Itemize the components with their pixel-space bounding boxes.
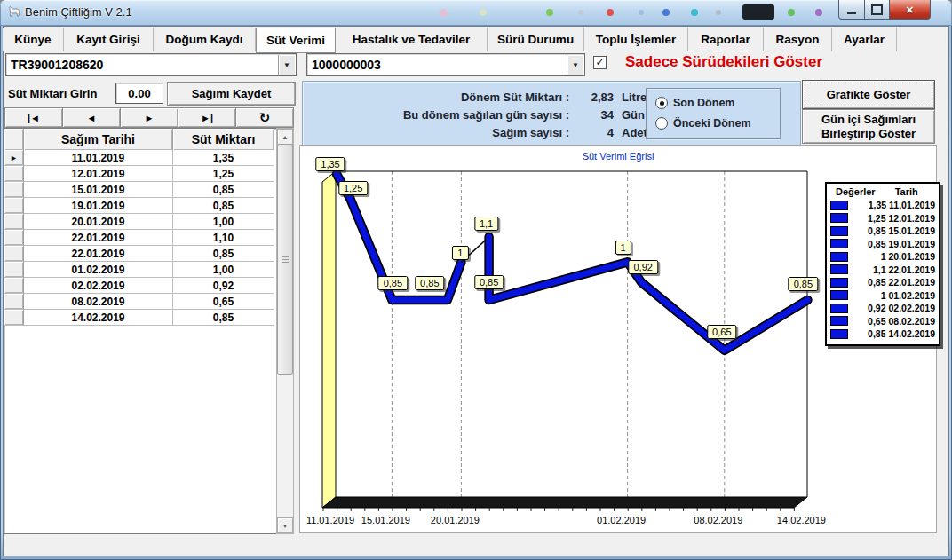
tab-kayit-girisi[interactable]: Kayıt Girişi — [64, 28, 154, 51]
show-graph-button[interactable]: Grafikte Göster — [802, 80, 935, 109]
cell-date[interactable]: 08.02.2019 — [24, 294, 173, 310]
table-row[interactable]: 02.02.20190,92 — [4, 278, 274, 294]
data-point-label: 0,85 — [378, 276, 408, 290]
cell-date[interactable]: 11.01.2019 — [24, 150, 173, 166]
summary-label: Dönem Süt Miktarı : — [303, 91, 569, 104]
period-groupbox: Son DönemÖnceki Dönem — [646, 88, 781, 139]
table-row[interactable]: 19.01.20190,85 — [4, 198, 274, 214]
table-row[interactable]: 08.02.20190,65 — [4, 294, 274, 310]
close-icon: × — [906, 3, 914, 16]
nav-last-button[interactable]: ►| — [178, 107, 236, 128]
radio-previous-period[interactable]: Önceki Dönem — [655, 117, 751, 130]
radio-icon[interactable] — [655, 97, 668, 109]
cell-date[interactable]: 12.01.2019 — [24, 166, 173, 182]
table-row[interactable]: 14.02.20190,85 — [4, 310, 274, 326]
cell-amount[interactable]: 1,25 — [173, 166, 274, 182]
minimize-button[interactable] — [838, 0, 865, 20]
table-row[interactable]: 01.02.20191,00 — [4, 262, 274, 278]
data-point-label: 0,65 — [707, 325, 736, 339]
animal-combo[interactable]: TR39001208620 ▼ — [5, 53, 297, 76]
window-title: Benim Çiftliğim V 2.1 — [25, 5, 132, 19]
cell-date[interactable]: 20.01.2019 — [24, 214, 173, 230]
radio-label: Son Dönem — [673, 97, 734, 109]
radio-label: Önceki Dönem — [673, 117, 751, 130]
tab-ayarlar[interactable]: Ayarlar — [832, 28, 897, 51]
milk-amount-input[interactable]: 0.00 — [115, 83, 163, 104]
row-selector-cell — [4, 310, 24, 326]
cell-date[interactable]: 19.01.2019 — [24, 198, 173, 214]
cell-amount[interactable]: 0,85 — [173, 310, 274, 326]
cell-date[interactable]: 01.02.2019 — [24, 262, 173, 278]
table-row[interactable]: 22.01.20190,85 — [4, 246, 274, 262]
table-header-date[interactable]: Sağım Tarihi — [24, 129, 173, 151]
cell-date[interactable]: 15.01.2019 — [24, 182, 173, 198]
cell-date[interactable]: 14.02.2019 — [24, 310, 173, 326]
herd-only-label[interactable]: Sadece Sürüdekileri Göster — [625, 53, 822, 71]
cell-date[interactable]: 22.01.2019 — [24, 246, 173, 262]
table-row[interactable]: 22.01.20191,10 — [4, 230, 274, 246]
table-header-amount[interactable]: Süt Miktarı — [173, 129, 274, 151]
tab-rasyon[interactable]: Rasyon — [764, 28, 832, 51]
table-scrollbar[interactable]: ▲ ▼ — [276, 128, 294, 534]
cell-amount[interactable]: 0,65 — [173, 294, 274, 310]
scroll-down-icon[interactable]: ▼ — [277, 517, 293, 533]
cell-amount[interactable]: 1,00 — [173, 214, 274, 230]
cell-date[interactable]: 22.01.2019 — [24, 230, 173, 246]
summary-value: 4 — [569, 126, 614, 139]
cell-amount[interactable]: 0,85 — [173, 182, 274, 198]
data-point-label: 1,35 — [315, 157, 345, 171]
tab-kunye[interactable]: Künye — [3, 28, 64, 51]
cell-amount[interactable]: 1,35 — [173, 150, 274, 166]
lactation-combo[interactable]: 1000000003 ▼ — [306, 53, 585, 76]
radio-current-period[interactable]: Son Dönem — [655, 97, 734, 109]
row-selector-cell — [4, 198, 24, 214]
legend-text: 0,85 19.01.2019 — [848, 239, 935, 249]
nav-first-button[interactable]: |◄ — [4, 107, 63, 128]
legend-swatch — [830, 329, 848, 339]
maximize-icon — [871, 4, 883, 15]
title-bar[interactable]: Benim Çiftliğim V 2.1 × — [0, 0, 952, 26]
save-milking-button[interactable]: Sağımı Kaydet — [167, 82, 296, 106]
summary-label: Sağım sayısı : — [303, 126, 569, 139]
table-row[interactable]: 20.01.20191,00 — [4, 214, 274, 230]
summary-unit: Adet — [622, 126, 647, 139]
tab-sut-verimi[interactable]: Süt Verimi — [256, 28, 336, 53]
maximize-button[interactable] — [865, 0, 890, 20]
cell-amount[interactable]: 0,85 — [173, 198, 274, 214]
scroll-up-icon[interactable]: ▲ — [277, 129, 293, 145]
cell-date[interactable]: 02.02.2019 — [24, 278, 173, 294]
chevron-down-icon[interactable]: ▼ — [567, 55, 583, 75]
tab-toplu-islemler[interactable]: Toplu İşlemler — [584, 28, 688, 51]
tab-dogum-kaydi[interactable]: Doğum Kaydı — [154, 28, 256, 51]
nav-next-button[interactable]: ► — [120, 107, 178, 128]
cell-amount[interactable]: 1,10 — [173, 230, 274, 246]
nav-prev-button[interactable]: ◄ — [62, 107, 121, 128]
milk-table[interactable]: Sağım Tarihi Süt Miktarı ►11.01.20191,35… — [4, 128, 277, 534]
merge-show-button[interactable]: Gün içi Sağımları Birleştirip Göster — [802, 109, 935, 144]
tab-suru-durumu[interactable]: Sürü Durumu — [488, 28, 584, 51]
legend-entry: 0,85 14.02.2019 — [830, 327, 935, 341]
legend-swatch — [830, 252, 848, 262]
legend-text: 1,35 11.01.2019 — [848, 200, 935, 210]
radio-icon[interactable] — [655, 117, 668, 130]
refresh-button[interactable]: ↻ — [235, 107, 294, 128]
legend-swatch — [830, 239, 848, 248]
cell-amount[interactable]: 0,92 — [173, 278, 274, 294]
herd-only-checkbox[interactable]: ✓ — [593, 56, 607, 69]
data-point-label: 1 — [615, 241, 631, 255]
close-button[interactable]: × — [890, 0, 931, 20]
chevron-down-icon[interactable]: ▼ — [278, 55, 295, 75]
scrollbar-thumb[interactable] — [277, 144, 293, 375]
table-row[interactable]: ►11.01.20191,35 — [4, 150, 274, 166]
cell-amount[interactable]: 1,00 — [173, 262, 274, 278]
tab-raporlar[interactable]: Raporlar — [688, 28, 764, 51]
x-axis-label: 20.01.2019 — [431, 515, 480, 525]
table-row[interactable]: 15.01.20190,85 — [4, 182, 274, 198]
legend-text: 0,85 22.01.2019 — [848, 277, 935, 288]
cell-amount[interactable]: 0,85 — [173, 246, 274, 262]
row-selector-cell — [4, 262, 24, 278]
table-row[interactable]: 12.01.20191,25 — [4, 166, 274, 182]
summary-unit: Litre — [622, 91, 647, 104]
row-selector-cell — [4, 166, 24, 182]
tab-hastalik-ve-tedaviler[interactable]: Hastalık ve Tedaviler — [336, 28, 488, 51]
